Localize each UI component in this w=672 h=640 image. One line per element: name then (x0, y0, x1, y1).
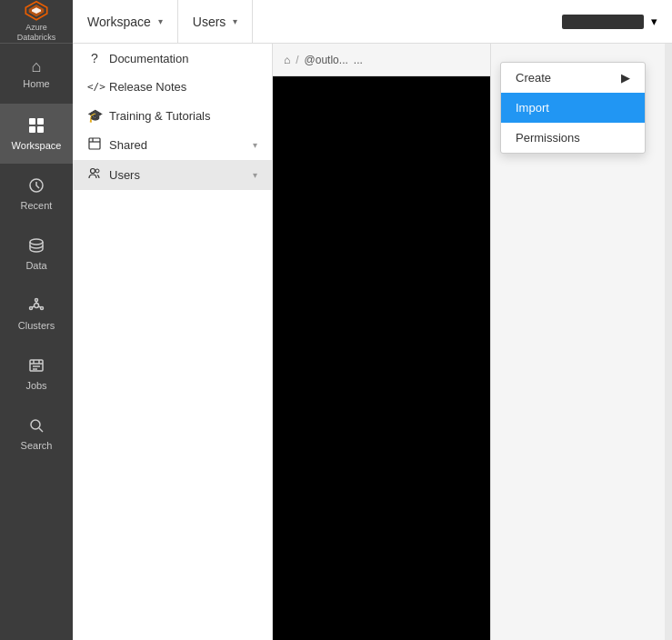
workspace-nav-panel: ? Documentation </> Release Notes 🎓 Trai… (73, 44, 273, 640)
right-panel: Create ▶ Import Permissions (490, 44, 672, 640)
user-email-mask (562, 15, 644, 29)
nav-item-training[interactable]: 🎓 Training & Tutorials (73, 101, 272, 130)
svg-rect-24 (89, 138, 100, 149)
dropdown-label-import: Import (516, 101, 549, 115)
sidebar-label-jobs: Jobs (25, 380, 46, 391)
topbar-user-section[interactable]: ▾ (547, 0, 672, 43)
shared-icon (87, 137, 102, 153)
app-logo: Azure Databricks (0, 0, 73, 44)
nav-label-shared: Shared (109, 138, 246, 152)
sidebar-item-jobs[interactable]: Jobs (0, 344, 73, 404)
create-submenu-arrow-icon: ▶ (621, 71, 630, 85)
middle-content-area (273, 76, 490, 640)
breadcrumb-email: @outlo... (305, 54, 348, 66)
nav-item-documentation[interactable]: ? Documentation (73, 44, 272, 73)
clusters-icon (28, 297, 45, 316)
nav-label-users: Users (109, 168, 246, 182)
nav-item-shared[interactable]: Shared ▾ (73, 130, 272, 160)
topbar-workspace-chevron: ▾ (158, 16, 163, 26)
svg-rect-3 (29, 118, 35, 125)
breadcrumb-home-icon: ⌂ (284, 54, 290, 66)
recent-icon (28, 177, 45, 196)
dropdown-label-create: Create (516, 71, 551, 85)
svg-rect-6 (37, 126, 44, 133)
users-icon (87, 167, 102, 183)
sidebar-item-home[interactable]: ⌂ Home (0, 44, 73, 104)
dropdown-label-permissions: Permissions (516, 131, 580, 145)
breadcrumb-ellipsis: ... (354, 54, 363, 66)
sidebar: Azure Databricks ⌂ Home Workspace Recent (0, 0, 73, 640)
breadcrumb-separator: / (296, 54, 298, 66)
sidebar-label-recent: Recent (21, 200, 53, 211)
scrollbar-track[interactable] (665, 44, 672, 640)
users-arrow-icon: ▾ (253, 170, 257, 180)
jobs-icon (28, 357, 45, 376)
nav-label-training: Training & Tutorials (109, 109, 257, 123)
main-content: Workspace ▾ Users ▾ ▾ ? Documentation </… (73, 0, 672, 640)
context-dropdown-menu: Create ▶ Import Permissions (500, 62, 646, 154)
sidebar-item-recent[interactable]: Recent (0, 164, 73, 224)
topbar-users-section[interactable]: Users ▾ (178, 0, 254, 43)
topbar: Workspace ▾ Users ▾ ▾ (73, 0, 672, 44)
content-area: ? Documentation </> Release Notes 🎓 Trai… (73, 44, 672, 640)
svg-point-10 (35, 298, 38, 301)
data-icon (28, 237, 45, 256)
shared-arrow-icon: ▾ (253, 140, 257, 150)
nav-item-release-notes[interactable]: </> Release Notes (73, 73, 272, 101)
logo-line1: Azure (17, 23, 56, 33)
databricks-logo-icon (22, 0, 51, 21)
svg-point-9 (35, 303, 39, 307)
search-icon (28, 417, 45, 436)
logo-line2: Databricks (17, 33, 56, 43)
workspace-icon (28, 117, 45, 136)
topbar-users-chevron: ▾ (233, 16, 237, 26)
svg-line-23 (39, 428, 43, 432)
sidebar-label-home: Home (23, 78, 49, 89)
topbar-user-chevron: ▾ (651, 15, 657, 28)
middle-panel: ⌂ / @outlo... ... (273, 44, 490, 640)
sidebar-item-clusters[interactable]: Clusters (0, 284, 73, 344)
topbar-workspace-section[interactable]: Workspace ▾ (73, 0, 178, 43)
topbar-workspace-label: Workspace (87, 15, 151, 29)
home-icon: ⌂ (32, 58, 42, 75)
svg-rect-5 (29, 126, 35, 133)
dropdown-item-permissions[interactable]: Permissions (501, 123, 645, 153)
sidebar-item-search[interactable]: Search (0, 404, 73, 464)
sidebar-label-workspace: Workspace (12, 140, 62, 151)
breadcrumb: ⌂ / @outlo... ... (273, 44, 490, 76)
nav-label-documentation: Documentation (109, 52, 257, 65)
sidebar-label-data: Data (25, 260, 46, 271)
sidebar-item-data[interactable]: Data (0, 224, 73, 284)
sidebar-item-workspace[interactable]: Workspace (0, 104, 73, 164)
release-notes-icon: </> (87, 81, 102, 93)
sidebar-label-clusters: Clusters (18, 320, 55, 331)
svg-rect-4 (37, 118, 44, 125)
nav-label-release-notes: Release Notes (109, 80, 257, 94)
training-icon: 🎓 (87, 108, 102, 123)
sidebar-label-search: Search (21, 440, 53, 451)
svg-point-28 (95, 169, 99, 173)
svg-line-15 (32, 306, 35, 307)
dropdown-item-import[interactable]: Import (501, 93, 645, 123)
documentation-icon: ? (87, 51, 102, 65)
nav-item-users[interactable]: Users ▾ (73, 160, 272, 190)
topbar-users-label: Users (193, 15, 226, 29)
svg-point-27 (91, 169, 95, 174)
dropdown-item-create[interactable]: Create ▶ (501, 63, 645, 93)
svg-point-8 (30, 239, 43, 245)
svg-line-14 (38, 306, 41, 307)
svg-point-22 (31, 420, 40, 429)
